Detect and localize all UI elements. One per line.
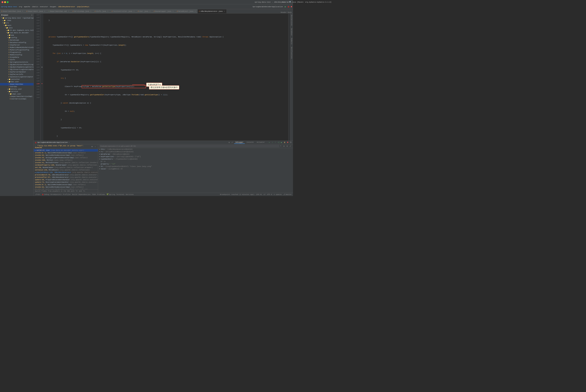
watch-item-this[interactable]: ▶ this = {Jdbc3KeyGenerator@10233} [98, 148, 293, 150]
run-button[interactable]: ▶ [285, 5, 286, 8]
status-services[interactable]: Services [126, 194, 134, 196]
stack-item-13[interactable]: update:74, RoutingStatementHandler (org.… [34, 181, 98, 184]
watch-item-keyproperties[interactable]: ▶ keyProperties = {String[1]@10235} ["id… [98, 156, 293, 158]
maximize-button[interactable] [7, 1, 8, 3]
stack-item-2[interactable]: invoke:62, NativeMethodAccessorImpl (sun… [34, 154, 98, 156]
breadcrumb-method[interactable]: populateKeys [77, 6, 89, 8]
breadcrumb-project[interactable]: spring-data-test [1, 6, 17, 8]
status-dependencies[interactable]: Dependencies [78, 194, 90, 196]
tree-userdao[interactable]: I UserDao [0, 86, 34, 88]
stack-item-9[interactable]: ▶ populateKeys:139, Jdbc3KeyGenerator (o… [34, 171, 98, 174]
stack-item-8[interactable]: setValue:140, MetaObject (org.apache.iba… [34, 169, 98, 171]
pause-btn[interactable]: ⏸ [283, 141, 286, 144]
step-over-btn[interactable]: ↷ [268, 141, 271, 144]
stack-item-10[interactable]: processBatch:79, Jdbc3KeyGenerator (org.… [34, 174, 98, 176]
tree-decoder[interactable]: ▼ 📁 com.data.en.decoder [0, 32, 34, 34]
tree-deptserviceimpl[interactable]: C DepartmentServiceImpl [0, 95, 34, 98]
tab-user[interactable]: J User.java × [136, 9, 152, 13]
stack-item-0[interactable]: ▶ setId:47, User (com.data.en.decoder.en… [34, 149, 98, 152]
breadcrumb-apache[interactable]: apache [24, 6, 30, 8]
code-content[interactable]: } private TypeHandler<?>[] getTypeHandle… [43, 14, 288, 140]
run-config[interactable]: SpringDataEnDecoderApplication [252, 6, 283, 8]
debug-expand-btn[interactable]: ⤢ [231, 141, 234, 144]
tree-departmentdao[interactable]: I DepartmentDao [0, 83, 34, 86]
stack-item-11[interactable]: processAfter:57, Jdbc3KeyGenerator (org.… [34, 176, 98, 178]
tab-jdbc3keygenerator[interactable]: J Jdbc3KeyGenerator.java × [198, 9, 227, 13]
code-view[interactable]: 114 115 116 117 118 119 120 121 122 123 … [34, 14, 293, 140]
watch-item-rs[interactable]: ▶ rs = {DruidPooledResultSet@10234} [98, 150, 293, 153]
tree-userserviceimpl[interactable]: C UserServiceImpl [0, 98, 34, 100]
collapse-all-btn[interactable]: ⊟ [286, 145, 288, 148]
tree-service[interactable]: ▼ 📁 service [0, 90, 34, 93]
watch-settings-btn[interactable]: ⚙ [282, 145, 285, 148]
watch-item-th[interactable]: ▶ th = {LongTypeHandler@10237} "class ja… [98, 165, 293, 168]
stack-item-14[interactable]: invoke:0:-1, NativeMethodAccessorImpl (s… [34, 184, 98, 186]
tree-mybatisservice[interactable]: C MyBatisBaomidouServiceImpl [0, 46, 34, 49]
stack-item-7[interactable]: set:59, BeanWrapper (org.apache.ibatis.r… [34, 166, 98, 169]
status-spring[interactable]: 🌱 Spring [106, 194, 115, 196]
tree-main[interactable]: ▼ 📁 main [0, 24, 34, 27]
tree-scopedata[interactable]: C ScopeData [0, 56, 34, 58]
reader-mode-btn[interactable]: Reader Mode [280, 12, 292, 13]
expand-btn[interactable]: ⤢ [289, 145, 292, 148]
breadcrumb-ibatis[interactable]: ibatis [32, 6, 38, 8]
mute-breakpoints-btn[interactable]: ⦿ [289, 141, 292, 144]
status-lf[interactable]: LF [264, 194, 266, 196]
resume-btn[interactable]: ▶ [280, 141, 283, 144]
status-git[interactable]: ⎇ Git [35, 194, 40, 196]
status-spaces[interactable]: 4 spaces [274, 194, 282, 196]
debug-tab-actuator[interactable]: Actuator [256, 141, 266, 144]
database-panel[interactable]: Database [290, 27, 293, 37]
tab-department-dao[interactable]: J DepartmentDao.java × [0, 9, 25, 13]
minimize-button[interactable] [4, 1, 6, 3]
watch-item-metaparam[interactable]: ▶ metaParam = {MetaObject@8626} [98, 153, 293, 156]
debug-button[interactable]: 🐞 [287, 6, 290, 8]
tree-rabbitconfig[interactable]: C RabbitConfig [0, 54, 34, 56]
tree-logback[interactable]: ▶ 📁 ch.qos.logback.core.rolling [0, 29, 34, 32]
tree-sqlbatchupdate[interactable]: C SQLBatchUpdateLogInterceptor [0, 66, 34, 68]
status-debug-btn[interactable]: 🐞 Debug [42, 194, 49, 196]
watch-item-property[interactable]: ▶ property = "id" [98, 163, 293, 165]
close-button[interactable] [2, 1, 3, 3]
stop-button[interactable]: ■ [291, 6, 292, 8]
sort-btn[interactable]: ↕ [94, 145, 97, 148]
status-position[interactable]: 139:41 [256, 194, 262, 196]
status-encoding[interactable]: UTF-8 [267, 194, 272, 196]
watch-item-typehandlers[interactable]: ▶ typeHandlers = {TypeHandler[1]@10236} [98, 158, 293, 160]
tab-department[interactable]: J Department.java × [25, 9, 47, 13]
tree-dao-user[interactable]: ▼ 📁 dao.user [0, 80, 34, 83]
status-profiler[interactable]: Profiler [63, 194, 71, 196]
stack-item-5[interactable]: invoke:41, MethodInvoker (org.apache.iba… [34, 162, 98, 164]
debug-tab-console[interactable]: Console [245, 141, 255, 144]
stack-item-12[interactable]: update:50, PreparedStatementHandler (org… [34, 178, 98, 181]
tree-idea[interactable]: ▶ 📁 .idea [0, 19, 34, 22]
tree-impl-user[interactable]: ▼ 📁 impl.user [0, 93, 34, 95]
tree-datascope[interactable]: C DataScope [0, 39, 34, 41]
stack-item-1[interactable]: invoke:0:-1, NativeMethodAccessorImpl (s… [34, 152, 98, 154]
tree-entity-user[interactable]: ▶ 📁 entity.user [0, 88, 34, 90]
breadcrumb-keygen[interactable]: keygen [50, 6, 56, 8]
breadcrumb-org[interactable]: org [19, 6, 22, 8]
add-watch-btn[interactable]: + [279, 145, 282, 148]
tree-sqlselectlog[interactable]: C SqlSelectLogInterceptor [0, 76, 34, 78]
sidebar-toolbar[interactable]: ⚙ [31, 14, 32, 16]
tree-sqlparserinfo[interactable]: C SqlParserInfo [0, 73, 34, 76]
tree-sinfo[interactable]: C SInfo [0, 58, 34, 61]
tree-pluginutils[interactable]: C PluginUtils [0, 51, 34, 54]
status-branch[interactable]: ⎇ master [283, 194, 292, 196]
filter-btn[interactable]: ⊞ [91, 145, 94, 148]
tab-metaobject[interactable]: J MetaObject.java × [176, 9, 198, 13]
tree-isqlparser[interactable]: I ISqlParser [0, 44, 34, 46]
status-todo[interactable]: TODO [92, 194, 96, 196]
tree-contoller[interactable]: ▶ 📁 contoller [0, 78, 34, 80]
stack-item-15[interactable]: invoke:62, NativeMethodAccessorImpl (sun… [34, 186, 98, 188]
scroll-bar[interactable] [288, 14, 290, 140]
status-build[interactable]: Build [72, 194, 77, 196]
status-breakpoints[interactable]: Breakpoints [50, 194, 62, 196]
debug-tab-debugger[interactable]: Debugger [234, 141, 245, 144]
tree-springcontextutils[interactable]: C SpringContextUtils [0, 61, 34, 64]
tree-config[interactable]: ▼ 📁 config [0, 36, 34, 39]
watch-input[interactable] [99, 145, 279, 148]
tree-src[interactable]: ▼ 📁 src [0, 22, 34, 24]
tab-serviceapp[interactable]: J ServiceApp.java × [71, 9, 93, 13]
